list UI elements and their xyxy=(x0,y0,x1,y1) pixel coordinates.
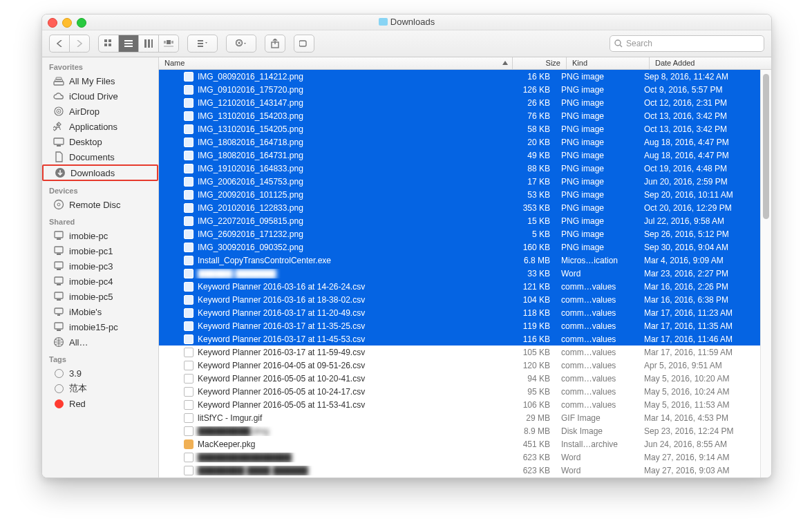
file-row[interactable]: IMG_30092016_090352.png160 KBPNG imageSe… xyxy=(159,240,760,254)
column-view-button[interactable] xyxy=(139,35,159,52)
file-row[interactable]: IMG_13102016_154205.png58 KBPNG imageOct… xyxy=(159,122,760,135)
sidebar-item-imobie-pc1[interactable]: imobie-pc1 xyxy=(42,243,158,258)
sidebar-item-tag-3-9[interactable]: 3.9 xyxy=(42,366,158,381)
sidebar-item-all-my-files[interactable]: All My Files xyxy=(42,73,158,88)
sidebar-item-label: All… xyxy=(69,337,88,348)
sidebar-item-imobie-pc5[interactable]: imobie-pc5 xyxy=(42,289,158,304)
scrollbar[interactable] xyxy=(760,70,771,478)
file-row[interactable]: Keyword Planner 2016-03-17 at 11-20-49.c… xyxy=(159,306,760,319)
sidebar-item-downloads[interactable]: Downloads xyxy=(42,164,158,181)
sidebar-item-documents[interactable]: Documents xyxy=(42,149,158,164)
file-row[interactable]: Keyword Planner 2016-05-05 at 10-20-41.c… xyxy=(159,372,760,385)
svg-text:A: A xyxy=(55,122,61,132)
column-date[interactable]: Date Added xyxy=(650,57,771,69)
action-menu-button[interactable] xyxy=(226,35,256,53)
scroll-thumb[interactable] xyxy=(763,74,769,219)
file-row[interactable]: ██████ ███████33 KBWordMar 23, 2016, 2:2… xyxy=(159,267,760,280)
file-row[interactable]: IMG_12102016_143147.png26 KBPNG imageOct… xyxy=(159,96,760,109)
sidebar-item-remote-disc[interactable]: Remote Disc xyxy=(42,197,158,212)
file-row[interactable]: Keyword Planner 2016-05-05 at 10-24-17.c… xyxy=(159,385,760,398)
forward-button[interactable] xyxy=(69,35,90,53)
coverflow-view-button[interactable] xyxy=(159,35,178,52)
file-row[interactable]: Keyword Planner 2016-03-17 at 11-45-53.c… xyxy=(159,332,760,346)
file-row[interactable]: IMG_19102016_164833.png88 KBPNG imageOct… xyxy=(159,162,760,175)
file-kind: PNG image xyxy=(556,190,639,200)
icon-view-button[interactable] xyxy=(99,35,119,52)
search-field[interactable]: Search xyxy=(610,35,764,52)
share-button[interactable] xyxy=(265,35,285,53)
png-file-icon xyxy=(184,177,193,187)
sidebar-item-icloud-drive[interactable]: iCloud Drive xyxy=(42,88,158,104)
file-row[interactable]: █████████.dmg8.9 MBDisk ImageSep 23, 201… xyxy=(159,424,760,437)
svg-rect-6 xyxy=(124,46,133,47)
file-row[interactable]: IMG_26092016_171232.png5 KBPNG imageSep … xyxy=(159,227,760,240)
sidebar-item-imobie-pc4[interactable]: imobie-pc4 xyxy=(42,274,158,289)
file-date: Sep 26, 2016, 5:12 PM xyxy=(639,229,760,239)
file-row[interactable]: Keyword Planner 2016-05-05 at 11-53-41.c… xyxy=(159,398,760,411)
maximize-button[interactable] xyxy=(77,18,86,28)
file-row[interactable]: IMG_13102016_154203.png76 KBPNG imageOct… xyxy=(159,109,760,122)
doc-file-icon xyxy=(184,453,193,462)
sidebar-item-imobies[interactable]: iMobie's xyxy=(42,304,158,319)
file-row[interactable]: Keyword Planner 2016-03-16 at 14-26-24.c… xyxy=(159,280,760,293)
sidebar-item-tag-fanben[interactable]: 范本 xyxy=(42,381,158,396)
file-date: Aug 18, 2016, 4:47 PM xyxy=(639,138,760,147)
list-view-button[interactable] xyxy=(119,35,139,52)
sidebar-item-imobie-pc3[interactable]: imobie-pc3 xyxy=(42,258,158,274)
file-row[interactable]: Keyword Planner 2016-04-05 at 09-51-26.c… xyxy=(159,359,760,372)
file-kind: PNG image xyxy=(556,177,639,187)
file-row[interactable]: Keyword Planner 2016-03-17 at 11-59-49.c… xyxy=(159,346,760,359)
file-row[interactable]: IMG_08092016_114212.png16 KBPNG imageSep… xyxy=(159,70,760,83)
file-row[interactable]: IMG_22072016_095815.png15 KBPNG imageJul… xyxy=(159,214,760,227)
column-name[interactable]: Name xyxy=(159,57,513,69)
file-row[interactable]: IMG_18082016_164718.png20 KBPNG imageAug… xyxy=(159,135,760,149)
sidebar-item-desktop[interactable]: Desktop xyxy=(42,134,158,149)
svg-rect-48 xyxy=(57,330,61,331)
sidebar-item-all-shared[interactable]: All… xyxy=(42,334,158,350)
tags-button[interactable] xyxy=(294,35,314,53)
file-name: Keyword Planner 2016-05-05 at 11-53-41.c… xyxy=(198,400,365,410)
column-size[interactable]: Size xyxy=(513,57,567,69)
file-name: IMG_09102016_175720.png xyxy=(198,85,303,95)
sidebar-item-tag-red[interactable]: Red xyxy=(42,396,158,411)
file-row[interactable]: IMG_20092016_101125.png53 KBPNG imageSep… xyxy=(159,188,760,201)
sort-menu-button[interactable] xyxy=(187,35,218,53)
file-name: █████████.dmg xyxy=(198,426,269,436)
file-row[interactable]: litSfYC - Imgur.gif29 MBGIF ImageMar 14,… xyxy=(159,411,760,424)
sidebar-item-applications[interactable]: AApplications xyxy=(42,119,158,134)
close-button[interactable] xyxy=(48,18,57,28)
file-row[interactable]: IMG_20062016_145753.png17 KBPNG imageJun… xyxy=(159,175,760,188)
file-date: Aug 18, 2016, 4:47 PM xyxy=(639,151,760,160)
file-size: 106 KB xyxy=(502,400,556,410)
file-row[interactable]: IMG_20102016_122833.png353 KBPNG imageOc… xyxy=(159,201,760,214)
file-size: 29 MB xyxy=(502,413,556,423)
file-date: Oct 13, 2016, 3:42 PM xyxy=(639,124,760,134)
file-date: Jun 20, 2016, 2:59 PM xyxy=(639,177,760,187)
file-row[interactable]: IMG_18082016_164731.png49 KBPNG imageAug… xyxy=(159,149,760,162)
sidebar-item-label: imobie-pc4 xyxy=(69,276,113,287)
apps-icon: A xyxy=(53,121,64,132)
file-row[interactable]: Keyword Planner 2016-03-16 at 18-38-02.c… xyxy=(159,293,760,306)
file-row[interactable]: Install_CopyTransControlCenter.exe6.8 MB… xyxy=(159,254,760,267)
sidebar-item-imobie15-pc[interactable]: imobie15-pc xyxy=(42,319,158,334)
sidebar-item-imobie-pc[interactable]: imobie-pc xyxy=(42,228,158,243)
png-file-icon xyxy=(184,190,193,200)
sidebar-item-airdrop[interactable]: AirDrop xyxy=(42,104,158,119)
file-row[interactable]: ████████ ████ ██████623 KBWordMay 27, 20… xyxy=(159,464,760,477)
column-kind[interactable]: Kind xyxy=(567,57,650,69)
svg-rect-31 xyxy=(57,145,61,146)
file-row[interactable]: IMG_09102016_175720.png126 KBPNG imageOc… xyxy=(159,83,760,96)
sidebar-item-label: 范本 xyxy=(69,382,87,395)
pc-icon xyxy=(53,245,64,256)
svg-rect-8 xyxy=(148,39,150,48)
file-size: 17 KB xyxy=(502,177,556,187)
minimize-button[interactable] xyxy=(62,18,72,28)
back-button[interactable] xyxy=(49,35,69,53)
file-row[interactable]: Keyword Planner 2016-03-17 at 11-35-25.c… xyxy=(159,319,760,332)
svg-rect-16 xyxy=(198,46,203,47)
file-row[interactable]: ████████████████623 KBWordMay 27, 2016, … xyxy=(159,451,760,464)
file-row[interactable]: MacKeeper.pkg451 KBInstall…archiveJun 24… xyxy=(159,437,760,451)
svg-rect-3 xyxy=(108,44,111,46)
file-list[interactable]: IMG_08092016_114212.png16 KBPNG imageSep… xyxy=(159,70,760,478)
file-name: IMG_20062016_145753.png xyxy=(198,177,303,187)
